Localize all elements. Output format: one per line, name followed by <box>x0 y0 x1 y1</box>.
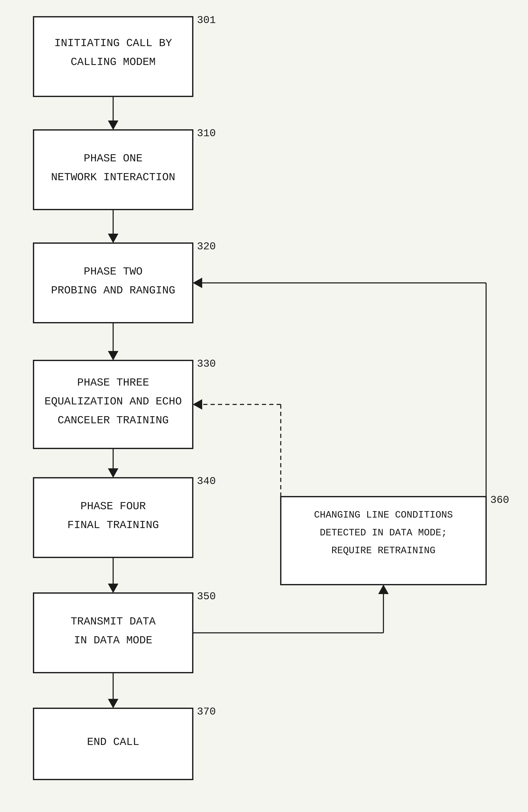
box-301-text2: CALLING MODEM <box>71 56 156 68</box>
label-340: 340 <box>197 475 216 487</box>
box-340-text: PHASE FOUR <box>80 500 146 512</box>
label-360: 360 <box>490 494 509 506</box>
box-330-text3: CANCELER TRAINING <box>58 414 169 426</box>
box-360-text3: REQUIRE RETRAINING <box>332 545 436 556</box>
label-310: 310 <box>197 127 216 139</box>
box-320-text2: PROBING AND RANGING <box>51 284 175 297</box>
box-320-text: PHASE TWO <box>84 265 143 278</box>
label-370: 370 <box>197 706 216 718</box>
label-301: 301 <box>197 14 216 26</box>
diagram-container: INITIATING CALL BY CALLING MODEM 301 PHA… <box>0 0 528 812</box>
label-350: 350 <box>197 591 216 603</box>
box-310-text2: NETWORK INTERACTION <box>51 171 175 184</box>
box-360-text: CHANGING LINE CONDITIONS <box>314 510 453 521</box>
box-350 <box>33 593 193 673</box>
label-320: 320 <box>197 241 216 252</box>
box-320 <box>33 243 193 323</box>
box-360-text2: DETECTED IN DATA MODE; <box>320 527 447 538</box>
box-310 <box>33 130 193 209</box>
label-330: 330 <box>197 358 216 370</box>
box-340 <box>33 478 193 557</box>
box-350-text2: IN DATA MODE <box>74 634 152 647</box>
box-310-text: PHASE ONE <box>84 153 143 165</box>
box-330-text2: EQUALIZATION AND ECHO <box>44 395 182 408</box>
box-370-text: END CALL <box>87 736 139 748</box>
box-350-text: TRANSMIT DATA <box>71 615 156 628</box>
box-340-text2: FINAL TRAINING <box>68 519 159 532</box>
box-301-text: INITIATING CALL BY <box>54 37 172 49</box>
box-330-text: PHASE THREE <box>77 377 149 389</box>
